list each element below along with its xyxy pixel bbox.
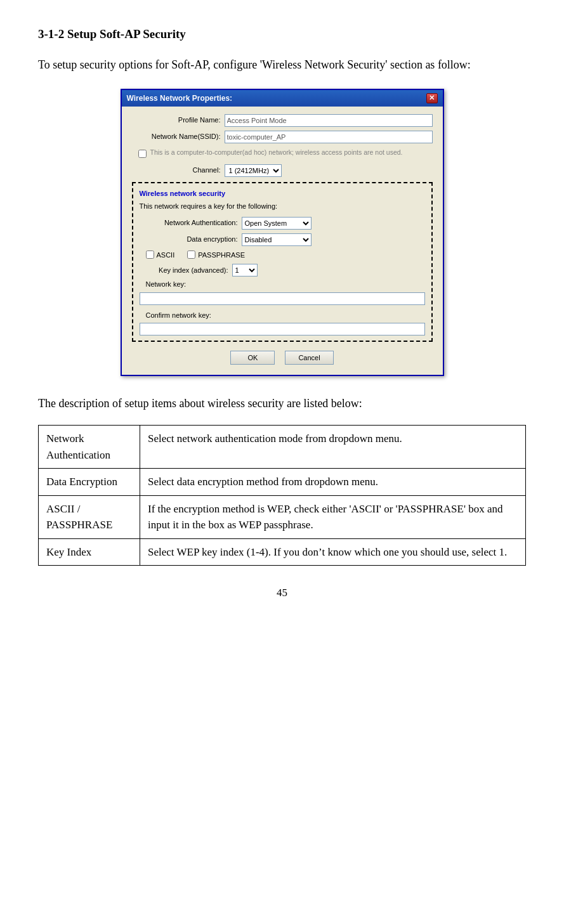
dialog-titlebar: Wireless Network Properties: ✕ xyxy=(122,90,443,107)
channel-label: Channel: xyxy=(132,165,221,176)
cancel-button[interactable]: Cancel xyxy=(285,351,333,365)
adhoc-checkbox[interactable] xyxy=(138,150,147,158)
page-title: 3-1-2 Setup Soft-AP Security xyxy=(38,25,526,44)
channel-select[interactable]: 1 (2412MHz) xyxy=(225,164,282,177)
confirm-key-label: Confirm network key: xyxy=(146,310,425,321)
table-definition: Select network authentication mode from … xyxy=(140,426,526,469)
wireless-properties-dialog: Wireless Network Properties: ✕ Profile N… xyxy=(121,89,444,377)
table-row: Network AuthenticationSelect network aut… xyxy=(39,426,526,469)
network-name-label: Network Name(SSID): xyxy=(132,131,221,142)
intro-text: To setup security options for Soft-AP, c… xyxy=(38,56,526,74)
network-auth-label: Network Authentication: xyxy=(140,218,238,228)
ascii-label: ASCII xyxy=(157,250,175,261)
security-dashed-box: Wireless network security This network r… xyxy=(132,182,433,342)
table-term: Data Encryption xyxy=(39,469,140,496)
dialog-buttons: OK Cancel xyxy=(132,351,433,367)
desc-text: The description of setup items about wir… xyxy=(38,395,526,412)
key-index-select[interactable]: 1 xyxy=(232,264,258,277)
network-auth-select[interactable]: Open System xyxy=(242,217,312,230)
ascii-checkbox[interactable] xyxy=(146,251,154,259)
dialog-body: Profile Name: Network Name(SSID): This i… xyxy=(122,107,443,375)
passphrase-checkbox[interactable] xyxy=(187,251,195,259)
network-name-row: Network Name(SSID): xyxy=(132,131,433,143)
description-table: Network AuthenticationSelect network aut… xyxy=(38,425,526,566)
security-desc: This network requires a key for the foll… xyxy=(140,201,425,212)
channel-row: Channel: 1 (2412MHz) xyxy=(132,164,433,177)
data-enc-select[interactable]: Disabled xyxy=(242,233,312,246)
key-index-label: Key index (advanced): xyxy=(140,265,228,276)
table-term: ASCII / PASSPHRASE xyxy=(39,495,140,538)
checkboxes-row: ASCII PASSPHRASE xyxy=(146,250,425,261)
table-row: Data EncryptionSelect data encryption me… xyxy=(39,469,526,496)
security-title: Wireless network security xyxy=(140,188,425,199)
page-number: 45 xyxy=(38,585,526,601)
table-row: Key IndexSelect WEP key index (1-4). If … xyxy=(39,538,526,566)
key-index-row: Key index (advanced): 1 xyxy=(140,264,425,277)
network-name-input[interactable] xyxy=(225,131,433,143)
table-definition: Select data encryption method from dropd… xyxy=(140,469,526,496)
network-key-input[interactable] xyxy=(140,292,425,305)
table-term: Key Index xyxy=(39,538,140,566)
adhoc-label: This is a computer-to-computer(ad hoc) n… xyxy=(150,148,403,157)
adhoc-checkbox-row: This is a computer-to-computer(ad hoc) n… xyxy=(138,148,433,158)
profile-name-row: Profile Name: xyxy=(132,114,433,127)
confirm-key-input[interactable] xyxy=(140,323,425,335)
profile-name-input[interactable] xyxy=(225,114,433,127)
table-definition: Select WEP key index (1-4). If you don’t… xyxy=(140,538,526,566)
table-definition: If the encryption method is WEP, check e… xyxy=(140,495,526,538)
dialog-title: Wireless Network Properties: xyxy=(127,93,233,104)
ascii-check-item: ASCII xyxy=(146,250,175,261)
passphrase-label: PASSPHRASE xyxy=(198,250,245,261)
ok-button[interactable]: OK xyxy=(230,351,275,365)
table-row: ASCII / PASSPHRASEIf the encryption meth… xyxy=(39,495,526,538)
data-enc-label: Data encryption: xyxy=(140,234,238,245)
network-key-label: Network key: xyxy=(146,279,425,290)
dialog-wrapper: Wireless Network Properties: ✕ Profile N… xyxy=(38,89,526,377)
passphrase-check-item: PASSPHRASE xyxy=(187,250,245,261)
dialog-close-button[interactable]: ✕ xyxy=(426,93,438,103)
network-auth-row: Network Authentication: Open System xyxy=(140,217,425,230)
table-term: Network Authentication xyxy=(39,426,140,469)
profile-name-label: Profile Name: xyxy=(132,115,221,126)
data-enc-row: Data encryption: Disabled xyxy=(140,233,425,246)
